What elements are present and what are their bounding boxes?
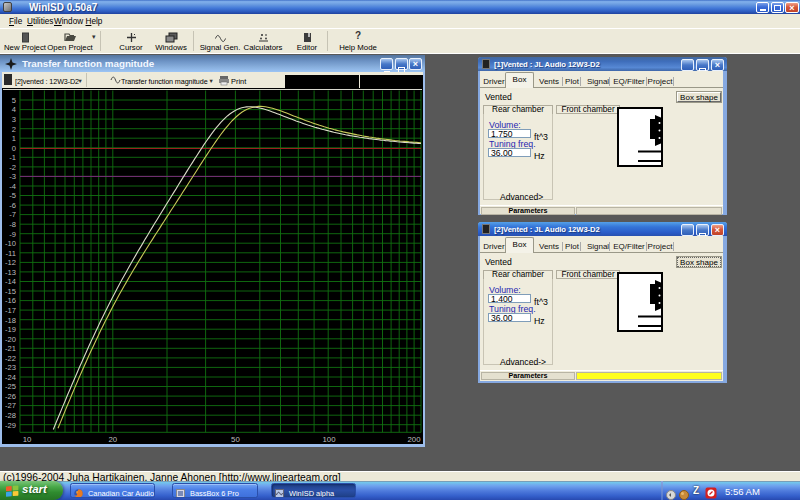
svg-text:4: 4 xyxy=(12,105,16,114)
svg-text:0: 0 xyxy=(12,144,16,153)
svg-text:-13: -13 xyxy=(5,268,16,277)
svg-text:-17: -17 xyxy=(5,306,16,315)
svg-text:100: 100 xyxy=(322,435,336,444)
svg-text:-22: -22 xyxy=(5,354,16,363)
svg-text:-18: -18 xyxy=(5,316,16,325)
svg-text:50: 50 xyxy=(231,435,240,444)
svg-text:200: 200 xyxy=(407,435,421,444)
svg-text:-16: -16 xyxy=(5,296,16,305)
svg-text:-2: -2 xyxy=(9,163,16,172)
svg-text:-5: -5 xyxy=(9,191,16,200)
svg-text:-14: -14 xyxy=(5,277,16,286)
svg-text:3: 3 xyxy=(12,115,16,124)
svg-text:-6: -6 xyxy=(9,201,16,210)
svg-text:-7: -7 xyxy=(9,210,16,219)
svg-text:-28: -28 xyxy=(5,411,16,420)
svg-text:2: 2 xyxy=(12,125,16,134)
svg-text:-10: -10 xyxy=(5,239,16,248)
svg-text:-8: -8 xyxy=(9,220,16,229)
svg-text:5: 5 xyxy=(12,96,16,105)
svg-text:-3: -3 xyxy=(9,172,16,181)
svg-text:-25: -25 xyxy=(5,382,16,391)
svg-text:-23: -23 xyxy=(5,363,16,372)
svg-text:10: 10 xyxy=(23,435,32,444)
svg-text:-26: -26 xyxy=(5,392,16,401)
svg-text:20: 20 xyxy=(108,435,117,444)
svg-text:-21: -21 xyxy=(5,344,16,353)
svg-text:-9: -9 xyxy=(9,230,16,239)
svg-text:-24: -24 xyxy=(5,373,16,382)
svg-text:-19: -19 xyxy=(5,325,16,334)
svg-text:-11: -11 xyxy=(6,249,16,258)
svg-text:-4: -4 xyxy=(9,182,16,191)
svg-text:-15: -15 xyxy=(5,287,16,296)
svg-text:-1: -1 xyxy=(9,153,16,162)
svg-text:-20: -20 xyxy=(5,335,16,344)
svg-text:-12: -12 xyxy=(5,258,16,267)
svg-text:-27: -27 xyxy=(5,401,16,410)
svg-text:-29: -29 xyxy=(5,421,16,430)
svg-text:1: 1 xyxy=(12,134,16,143)
